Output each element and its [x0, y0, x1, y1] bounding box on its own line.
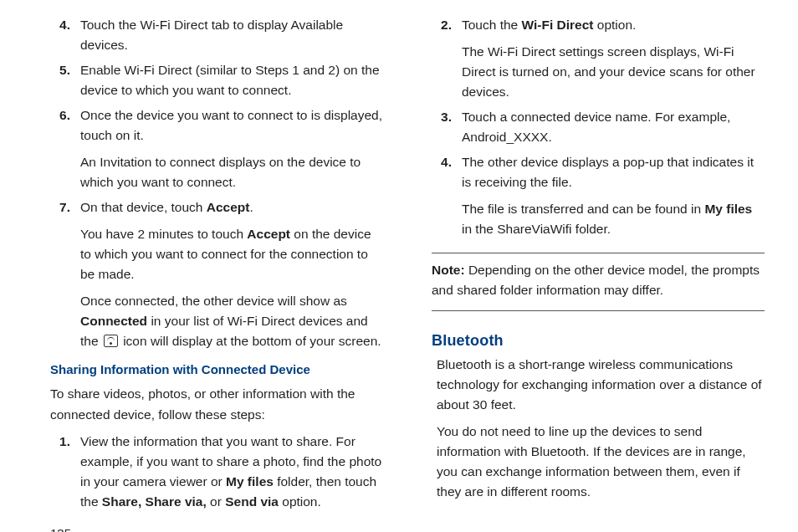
steps-list-b: 1. View the information that you want to… [50, 432, 383, 517]
bold-my-files: My files [226, 474, 274, 489]
note-body: Note: Depending on the other device mode… [432, 260, 765, 300]
bold-accept: Accept [247, 227, 290, 241]
step-text: The other device displays a pop-up that … [462, 152, 765, 192]
step-text: Enable Wi-Fi Direct (similar to Steps 1 … [80, 60, 383, 100]
step-body: Touch the Wi-Fi Direct tab to display Av… [80, 15, 383, 59]
step-body: View the information that you want to sh… [80, 432, 383, 515]
share-step-2: 2. Touch the Wi-Fi Direct option. The Wi… [432, 15, 765, 105]
step-number: 3. [432, 107, 462, 151]
subheading-sharing: Sharing Information with Connected Devic… [50, 360, 383, 379]
share-step-1: 1. View the information that you want to… [50, 432, 383, 515]
bluetooth-para-1: Bluetooth is a short-range wireless comm… [437, 355, 765, 415]
note-label: Note: [432, 263, 465, 277]
step-text: The Wi-Fi Direct settings screen display… [462, 42, 765, 102]
step-body: Once the device you want to connect to i… [80, 105, 383, 196]
left-column: 4. Touch the Wi-Fi Direct tab to display… [33, 15, 408, 524]
intro-text: To share videos, photos, or other inform… [50, 384, 383, 424]
step-body: On that device, touch Accept. You have 2… [80, 197, 383, 355]
step-text: Touch a connected device name. For examp… [462, 107, 765, 147]
step-number: 5. [50, 60, 80, 104]
share-step-4: 4. The other device displays a pop-up th… [432, 152, 765, 243]
share-step-3: 3. Touch a connected device name. For ex… [432, 107, 765, 151]
bold-connected: Connected [80, 314, 147, 328]
wifi-icon [104, 335, 118, 347]
step-text: You have 2 minutes to touch Accept on th… [80, 224, 383, 284]
step-7: 7. On that device, touch Accept. You hav… [50, 197, 383, 355]
step-body: Touch the Wi-Fi Direct option. The Wi-Fi… [462, 15, 765, 105]
bluetooth-para-2: You do not need to line up the devices t… [437, 422, 765, 502]
bold-my-files: My files [704, 202, 752, 216]
step-4: 4. Touch the Wi-Fi Direct tab to display… [50, 15, 383, 59]
step-number: 4. [50, 15, 80, 59]
steps-list-a: 4. Touch the Wi-Fi Direct tab to display… [50, 15, 383, 356]
step-text: Once the device you want to connect to i… [80, 105, 383, 146]
step-body: Enable Wi-Fi Direct (similar to Steps 1 … [80, 60, 383, 104]
step-number: 1. [50, 432, 80, 515]
step-text: Once connected, the other device will sh… [80, 291, 383, 351]
right-column: 2. Touch the Wi-Fi Direct option. The Wi… [408, 15, 765, 524]
section-title-bluetooth: Bluetooth [432, 330, 765, 353]
step-text: View the information that you want to sh… [80, 432, 383, 512]
step-text: On that device, touch Accept. [80, 197, 383, 217]
step-number: 2. [432, 15, 462, 105]
bold-wifi-direct: Wi-Fi Direct [522, 18, 594, 32]
bold-accept: Accept [207, 200, 250, 214]
step-text: An Invitation to connect displays on the… [80, 152, 383, 192]
note: Note: Depending on the other device mode… [432, 260, 765, 300]
step-5: 5. Enable Wi-Fi Direct (similar to Steps… [50, 60, 383, 104]
bold-send-via: Send via [225, 494, 279, 509]
step-body: Touch a connected device name. For examp… [462, 107, 765, 151]
step-number: 4. [432, 152, 462, 243]
step-text: Touch the Wi-Fi Direct tab to display Av… [80, 15, 383, 55]
page-number: 135 [50, 517, 383, 532]
step-text: The file is transferred and can be found… [462, 199, 765, 239]
steps-list-c: 2. Touch the Wi-Fi Direct option. The Wi… [432, 15, 765, 244]
divider [432, 310, 765, 311]
bold-share: Share, Share via, [102, 494, 207, 509]
step-number: 6. [50, 105, 80, 196]
step-text: Touch the Wi-Fi Direct option. [462, 15, 765, 35]
step-number: 7. [50, 197, 80, 355]
step-body: The other device displays a pop-up that … [462, 152, 765, 243]
step-6: 6. Once the device you want to connect t… [50, 105, 383, 196]
divider [432, 253, 765, 253]
